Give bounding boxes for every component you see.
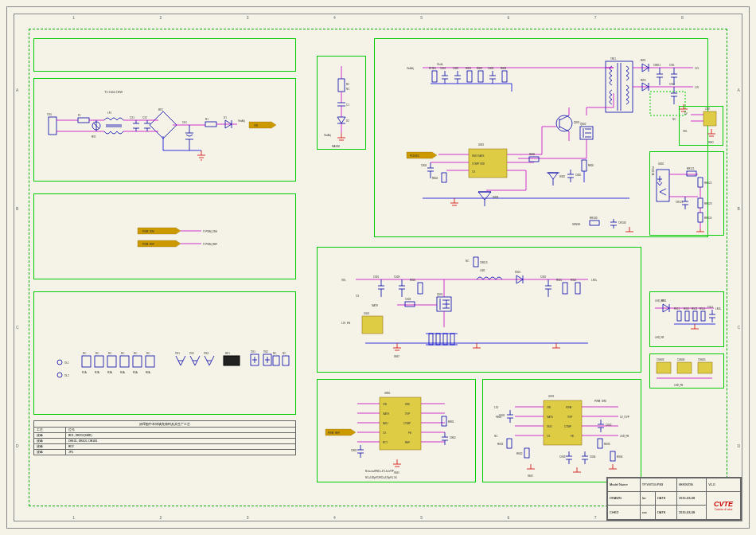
- svg-text:OVP: OVP: [405, 412, 410, 416]
- svg-text:GATE: GATE: [547, 416, 553, 419]
- svg-rect-56: [273, 356, 279, 365]
- svg-text:CR02: CR02: [450, 436, 456, 439]
- svg-text:RCT: RCT: [383, 441, 388, 444]
- svg-text:C801: C801: [440, 67, 446, 70]
- svg-text:U901: U901: [364, 312, 370, 315]
- svg-text:RK04: RK04: [617, 455, 623, 459]
- svg-rect-73: [467, 71, 472, 82]
- svg-text:CK04: CK04: [590, 455, 596, 459]
- svg-text:R911: R911: [674, 307, 680, 310]
- block-opto-feedback: PC817A U802 RR121 RR122 CR121 RR123 RR12…: [649, 151, 724, 236]
- svg-text:OS1: OS1: [251, 350, 255, 353]
- svg-rect-35: [107, 356, 116, 367]
- svg-text:VinAdj: VinAdj: [324, 134, 331, 137]
- svg-text:D1: D1: [224, 116, 227, 119]
- svg-text:RK03: RK03: [604, 443, 610, 446]
- svg-text:12V_EN: 12V_EN: [341, 322, 350, 325]
- svg-text:R914: R914: [699, 307, 706, 310]
- svg-rect-148: [405, 302, 415, 307]
- svg-rect-78: [502, 71, 507, 82]
- svg-text:NC: NC: [108, 352, 112, 355]
- svg-text:PC817A: PC817A: [651, 166, 654, 175]
- svg-rect-69: [432, 71, 437, 82]
- svg-text:NC: NC: [121, 352, 125, 355]
- svg-text:CN905: CN905: [698, 358, 706, 361]
- svg-text:R1: R1: [205, 118, 208, 121]
- svg-text:NC: NC: [466, 260, 470, 263]
- svg-text:R4A: R4A: [120, 371, 125, 374]
- svg-rect-229: [610, 451, 615, 461]
- svg-text:CR130: CR130: [618, 221, 626, 225]
- tb-drawn-label: DRAWN: [608, 491, 641, 506]
- svg-text:RR01: RR01: [448, 420, 454, 424]
- svg-text:UK01: UK01: [548, 395, 555, 398]
- svg-rect-220: [507, 439, 512, 448]
- svg-text:CN1: CN1: [47, 113, 52, 116]
- tb-version-label: VERSION: [676, 478, 707, 492]
- svg-text:R801: R801: [466, 67, 472, 70]
- svg-rect-3: [78, 118, 89, 123]
- svg-rect-103: [442, 173, 446, 182]
- svg-text:RR130: RR130: [590, 217, 598, 220]
- inner-frame: 12345678 12345678 ABCD ABCD T1:15Ω 2SW C…: [14, 14, 742, 521]
- svg-text:C802: C802: [453, 67, 459, 70]
- svg-text:Q901: Q901: [437, 293, 443, 296]
- svg-rect-145: [575, 283, 580, 294]
- svg-text:12V: 12V: [695, 86, 699, 89]
- svg-text:CR01: CR01: [351, 449, 357, 452]
- svg-text:FB: FB: [408, 432, 411, 435]
- svg-text:LF1: LF1: [107, 111, 112, 115]
- svg-rect-180: [698, 362, 712, 373]
- svg-rect-121: [657, 170, 669, 201]
- svg-text:NC: NC: [346, 88, 350, 91]
- svg-text:C903: C903: [394, 275, 400, 279]
- svg-text:R802: R802: [477, 67, 483, 70]
- svg-text:LED_FB: LED_FB: [620, 435, 629, 438]
- svg-text:LED_FB: LED_FB: [674, 384, 683, 387]
- svg-text:R804: R804: [432, 177, 438, 180]
- svg-text:PCB R/C: PCB R/C: [410, 154, 420, 158]
- svg-text:COMP: COMP: [564, 425, 571, 428]
- svg-text:CS: CS: [383, 432, 386, 435]
- svg-text:RR122: RR122: [704, 182, 712, 185]
- svg-text:GATE: GATE: [383, 412, 389, 416]
- svg-text:Q802: Q802: [580, 123, 586, 126]
- svg-text:BD1: BD1: [158, 108, 163, 111]
- svg-text:COMP VDD: COMP VDD: [472, 162, 485, 166]
- svg-text:D901: D901: [515, 271, 521, 274]
- svg-text:VIN: VIN: [383, 403, 387, 406]
- schematic-sheet: 12345678 12345678 ABCD ABCD T1:15Ω 2SW C…: [6, 6, 750, 529]
- svg-rect-140: [418, 283, 423, 294]
- svg-rect-176: [657, 362, 671, 373]
- tb-logo-cell: CVTE Creation of value: [707, 491, 741, 519]
- svg-text:T1:15Ω 2SW: T1:15Ω 2SW: [104, 90, 123, 94]
- svg-text:R803: R803: [501, 67, 507, 70]
- svg-text:VDL: VDL: [341, 279, 346, 282]
- svg-text:R806: R806: [529, 153, 536, 156]
- svg-text:PWM_DIM: PWM_DIM: [142, 230, 154, 233]
- block-empty-top: [33, 38, 296, 72]
- svg-rect-126: [698, 178, 703, 187]
- svg-text:C804: C804: [421, 164, 427, 167]
- svg-text:C901: C901: [373, 275, 380, 279]
- svg-text:GND: GND: [394, 355, 400, 358]
- svg-rect-165: [677, 311, 681, 321]
- pwm-labels-schematic: PWM_DIM O PWM_DIM PWM_REF O PWM_REF: [34, 194, 297, 280]
- tb-date-value: 2019-03-08: [676, 491, 707, 506]
- svg-text:O PWM_DIM: O PWM_DIM: [203, 230, 217, 233]
- svg-rect-75: [478, 71, 483, 82]
- svg-text:GND: GND: [394, 471, 400, 474]
- svg-text:GATE: GATE: [372, 304, 378, 307]
- svg-text:LED_FB: LED_FB: [655, 336, 664, 339]
- svg-text:Rshunt=RR02+4*5.6=VOP: Rshunt=RR02+4*5.6=VOP: [365, 470, 394, 473]
- svg-text:FB01: FB01: [496, 416, 502, 419]
- svg-text:R905: R905: [410, 279, 416, 282]
- svg-text:NC: NC: [134, 352, 138, 355]
- svg-text:SENSE: SENSE: [572, 223, 580, 226]
- tb-model-label: Model Name: [608, 478, 641, 492]
- svg-text:NC: NC: [95, 352, 99, 355]
- svg-text:NC=100pF,CR02=470pF,5.5K: NC=100pF,CR02=470pF,5.5K: [365, 476, 397, 479]
- svg-text:C902: C902: [540, 275, 547, 279]
- svg-rect-151: [362, 316, 383, 334]
- svg-text:O PWM_REF: O PWM_REF: [203, 243, 217, 246]
